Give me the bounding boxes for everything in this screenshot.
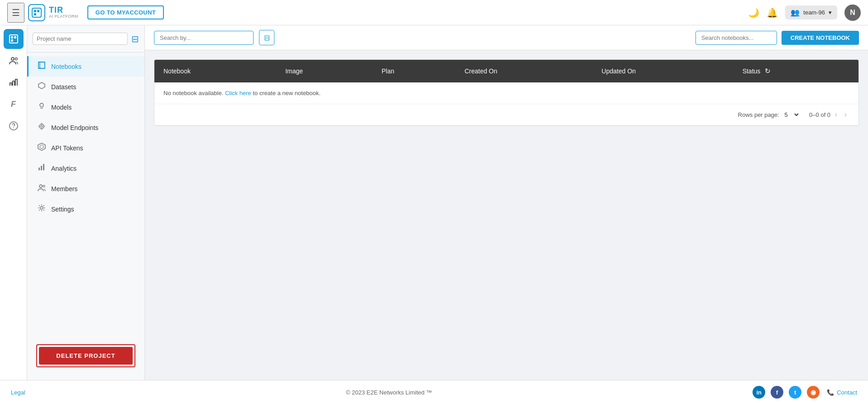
svg-point-23 [40, 207, 43, 209]
col-notebook: Notebook [154, 60, 276, 82]
header-right: 🌙 🔔 👥 team-96 ▾ N [748, 5, 861, 21]
col-created-on: Created On [456, 60, 593, 82]
sidebar-nav: Notebooks Datasets Models [27, 53, 144, 337]
contact-label: Contact [837, 389, 857, 396]
filter-icon-button[interactable]: ⊟ [259, 30, 274, 45]
svg-rect-0 [32, 8, 41, 17]
top-header: ☰ TIR AI PLATFORM GO TO MYACCOUNT 🌙 🔔 👥 … [0, 0, 868, 25]
legal-link[interactable]: Legal [11, 389, 25, 396]
main-content: ⊟ CREATE NOTEBOOK Notebook Image Plan Cr… [145, 25, 868, 380]
sidebar-item-label-notebooks: Notebooks [51, 63, 82, 70]
rss-icon[interactable]: ◉ [807, 386, 820, 399]
sidebar-item-analytics[interactable]: Analytics [27, 158, 144, 178]
main-layout: F ⊟ No [0, 25, 868, 380]
rail-item-help[interactable] [4, 116, 24, 136]
analytics-icon [38, 163, 46, 173]
footer-social: in f t ◉ [753, 386, 820, 399]
search-notebooks-input[interactable] [695, 31, 777, 45]
sidebar-item-label-settings: Settings [51, 206, 74, 213]
footer: Legal © 2023 E2E Networks Limited ™ in f… [0, 380, 868, 404]
go-myaccount-button[interactable]: GO TO MYACCOUNT [87, 5, 164, 19]
avatar[interactable]: N [844, 5, 861, 21]
col-updated-on: Updated On [593, 60, 734, 82]
rail-item-members[interactable] [4, 51, 24, 71]
svg-rect-4 [10, 35, 18, 43]
svg-rect-6 [14, 36, 16, 38]
delete-project-button[interactable]: DELETE PROJECT [39, 347, 133, 365]
rail-item-analytics[interactable] [4, 72, 24, 92]
contact-link[interactable]: 📞 Contact [827, 389, 857, 396]
model-endpoints-icon [38, 122, 46, 133]
sidebar-item-datasets[interactable]: Datasets [27, 77, 144, 97]
search-input[interactable] [154, 31, 254, 45]
svg-point-15 [41, 125, 43, 127]
svg-point-22 [43, 185, 45, 187]
sidebar-item-label-model-endpoints: Model Endpoints [51, 124, 98, 131]
svg-rect-1 [34, 10, 36, 12]
logo-sub-text: AI PLATFORM [49, 14, 78, 19]
delete-project-wrapper: DELETE PROJECT [36, 344, 135, 367]
col-image: Image [276, 60, 373, 82]
svg-rect-20 [43, 164, 44, 170]
svg-rect-19 [41, 166, 42, 170]
rail-item-costs[interactable]: F [4, 94, 24, 114]
logo-tir-text: TIR [49, 6, 78, 15]
team-icon: 👥 [791, 8, 800, 17]
svg-point-14 [39, 124, 44, 129]
sidebar-item-models[interactable]: Models [27, 97, 144, 117]
project-search-input[interactable] [33, 33, 128, 45]
no-notebook-text: No notebook available. [163, 90, 223, 96]
linkedin-icon[interactable]: in [753, 386, 765, 399]
notification-button[interactable]: 🔔 [767, 7, 778, 18]
svg-rect-18 [38, 168, 40, 170]
sidebar-item-model-endpoints[interactable]: Model Endpoints [27, 117, 144, 138]
next-page-button[interactable]: › [842, 110, 849, 120]
empty-state-row: No notebook available. Click here to cre… [154, 82, 858, 104]
svg-rect-5 [11, 36, 13, 38]
members-icon [38, 183, 46, 194]
models-icon [38, 102, 46, 112]
rail-item-notebooks[interactable] [4, 29, 24, 49]
svg-point-21 [39, 185, 42, 188]
sidebar-item-members[interactable]: Members [27, 178, 144, 199]
datasets-icon [38, 82, 46, 92]
table-header: Notebook Image Plan Created On Updated O… [154, 60, 858, 82]
facebook-icon[interactable]: f [771, 386, 783, 399]
svg-rect-3 [34, 13, 36, 15]
sidebar-item-label-analytics: Analytics [51, 165, 77, 172]
twitter-icon[interactable]: t [789, 386, 801, 399]
sidebar-item-label-datasets: Datasets [51, 83, 76, 91]
dark-mode-button[interactable]: 🌙 [748, 7, 759, 18]
sidebar-item-settings[interactable]: Settings [27, 199, 144, 219]
svg-marker-17 [40, 145, 43, 149]
create-notebook-button[interactable]: CREATE NOTEBOOK [782, 31, 859, 45]
prev-page-button[interactable]: ‹ [832, 110, 840, 120]
footer-copyright: © 2023 E2E Networks Limited ™ [25, 389, 753, 396]
notebooks-icon [38, 61, 46, 72]
project-filter-icon[interactable]: ⊟ [131, 34, 139, 44]
hamburger-button[interactable]: ☰ [7, 3, 24, 23]
api-tokens-icon [38, 143, 46, 153]
sidebar-top: ⊟ [27, 31, 144, 53]
sidebar-item-notebooks[interactable]: Notebooks [27, 56, 144, 77]
after-click-text: to create a new notebook. [253, 90, 321, 96]
click-here-link[interactable]: Click here [225, 90, 251, 96]
svg-marker-12 [38, 82, 45, 89]
chevron-down-icon: ▾ [829, 9, 832, 16]
svg-rect-7 [11, 39, 13, 42]
team-label: team-96 [803, 9, 825, 16]
toolbar-right: CREATE NOTEBOOK [695, 31, 859, 45]
logo-icon [28, 4, 45, 21]
refresh-icon[interactable]: ↻ [765, 67, 771, 75]
col-plan: Plan [373, 60, 456, 82]
contact-phone-icon: 📞 [827, 389, 834, 396]
rows-per-page-select[interactable]: 5 10 25 [781, 110, 800, 120]
page-range: 0–0 of 0 [809, 111, 830, 118]
svg-rect-2 [37, 10, 39, 12]
sidebar-item-api-tokens[interactable]: API Tokens [27, 138, 144, 158]
notebooks-table: Notebook Image Plan Created On Updated O… [154, 60, 858, 125]
team-selector[interactable]: 👥 team-96 ▾ [785, 5, 837, 19]
sidebar-item-label-api-tokens: API Tokens [51, 144, 83, 152]
sidebar-project-row: ⊟ [33, 31, 139, 47]
sidebar-item-label-models: Models [51, 104, 72, 111]
